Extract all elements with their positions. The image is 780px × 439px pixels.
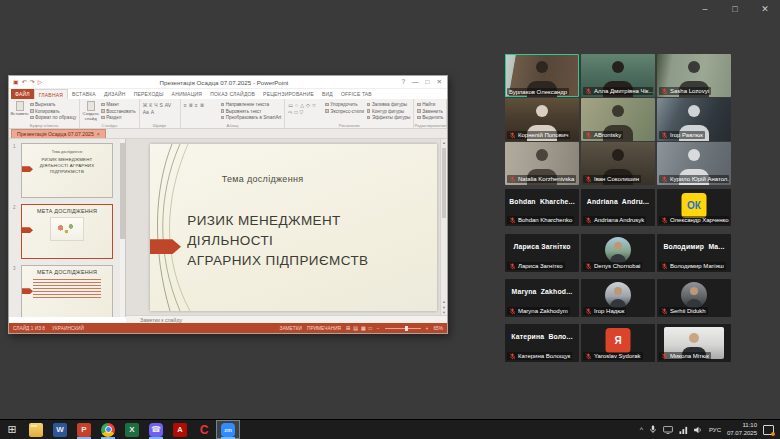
participant-tile[interactable]: Микола Мітюк <box>657 324 731 362</box>
ribbon-tab[interactable]: ПОКАЗ СЛАЙДОВ <box>206 89 259 99</box>
view-icon-1[interactable]: ▤ <box>353 325 358 331</box>
view-switcher[interactable]: ⊞▤▦□ <box>346 325 372 331</box>
red-c-taskbar-button[interactable]: C <box>192 420 216 439</box>
ribbon-command[interactable]: Преобразовать в SmartArt <box>221 115 282 120</box>
ribbon-glyph-row[interactable]: ▭○△◇☆⇨□▽ <box>288 101 322 122</box>
ribbon-command-list[interactable]: Заливка фигурыКонтур фигурыЭффекты фигур… <box>367 101 410 122</box>
ribbon-command[interactable]: Выделить <box>417 115 443 120</box>
scroll-down-icons[interactable]: ▲▼▼ <box>441 299 447 316</box>
participant-tile[interactable]: Natalia Korzhenivska <box>505 142 579 185</box>
participant-tile[interactable]: Serhii Didukh <box>657 279 731 317</box>
qat-icon-1[interactable]: ↶ <box>22 76 27 88</box>
notes-pane[interactable]: Заметки к слайду <box>126 315 447 323</box>
participant-tile[interactable]: Ігор Равлюк <box>657 98 731 141</box>
ribbon-command[interactable]: Выровнять текст <box>221 109 282 114</box>
notes-button[interactable]: ЗАМЕТКИ <box>280 326 302 331</box>
view-icon-0[interactable]: ⊞ <box>346 325 350 331</box>
ribbon-command[interactable]: Направление текста <box>221 102 282 107</box>
participant-tile[interactable]: Лариса ЗагніткоЛариса Загнітко <box>505 234 579 272</box>
ribbon-command[interactable]: Макет <box>101 102 135 107</box>
qat-icon-3[interactable]: ▷ <box>38 76 43 88</box>
ribbon-command-list[interactable]: Направление текстаВыровнять текстПреобра… <box>221 101 282 122</box>
ppt-window-button-2[interactable]: □ <box>426 78 430 86</box>
powerpoint-window-buttons[interactable]: ?—□✕ <box>401 78 447 86</box>
participant-tile[interactable]: Sasha Lozovyi <box>657 54 731 97</box>
participant-tile[interactable]: Ігор Надюк <box>581 279 655 317</box>
participant-tile[interactable]: Корнелій Попович <box>505 98 579 141</box>
ribbon-tab[interactable]: ВИД <box>318 89 337 99</box>
current-slide[interactable]: Тема дослідження РИЗИК МЕНЕДЖМЕНТ ДІЯЛЬН… <box>150 144 437 311</box>
ribbon-tab[interactable]: АНИМАЦИЯ <box>168 89 207 99</box>
excel-taskbar-button[interactable]: X <box>120 420 144 439</box>
ribbon-big-button[interactable]: Вставить <box>12 101 27 122</box>
zoom-in-icon[interactable]: + <box>426 326 429 331</box>
slide-thumbnail-2[interactable]: МЕТА ДОСЛІДЖЕННЯ <box>21 204 113 259</box>
ribbon-tab[interactable]: ПЕРЕХОДЫ <box>130 89 168 99</box>
ribbon-command[interactable]: Копировать <box>30 109 76 114</box>
minimize-window-button[interactable]: – <box>698 2 712 16</box>
participant-tile[interactable]: Denys Chornobai <box>581 234 655 272</box>
chrome-taskbar-button[interactable] <box>96 420 120 439</box>
file-explorer-taskbar-button[interactable] <box>24 420 48 439</box>
ribbon-command[interactable]: Эффекты фигуры <box>367 115 410 120</box>
slide-counter[interactable]: СЛАЙД 1 ИЗ 8 <box>13 326 45 331</box>
ribbon-command[interactable]: Упорядочить <box>325 102 364 107</box>
language-indicator[interactable]: УКРАИНСКИЙ <box>52 326 84 331</box>
participant-tile[interactable]: Maryna Zakhod...Maryna Zakhodym <box>505 279 579 317</box>
language-switcher[interactable]: РУС <box>709 427 721 433</box>
zoom-percent[interactable]: 65% <box>433 326 443 331</box>
ribbon-command[interactable]: Найти <box>417 102 443 107</box>
tray-display-icon[interactable] <box>663 426 673 434</box>
zoom-taskbar-button[interactable]: zm <box>216 420 240 439</box>
ppt-window-button-0[interactable]: ? <box>401 78 405 86</box>
maximize-window-button[interactable]: □ <box>728 2 742 16</box>
participant-tile[interactable]: ЯYaroslav Sydorak <box>581 324 655 362</box>
ribbon-command[interactable]: Заливка фигуры <box>367 102 410 107</box>
ribbon-tab[interactable]: OFFICE TAB <box>337 89 376 99</box>
ribbon-tab[interactable]: РЕЦЕНЗИРОВАНИЕ <box>259 89 318 99</box>
comments-button[interactable]: ПРИМЕЧАНИЯ <box>307 326 341 331</box>
participant-tile[interactable]: ABrontsky <box>581 98 655 141</box>
ribbon-command-list[interactable]: НайтиЗаменитьВыделить <box>417 101 443 122</box>
quick-access-toolbar[interactable]: ▣↶↷▷ <box>9 76 46 88</box>
ribbon-command[interactable]: Заменить <box>417 109 443 114</box>
ribbon-tab[interactable]: ФАЙЛ <box>11 89 34 99</box>
taskbar-clock[interactable]: 11:10 07.07.2025 <box>727 422 757 437</box>
document-tab-close-icon[interactable]: × <box>97 131 100 137</box>
ribbon-command-list[interactable]: ВырезатьКопироватьФормат по образцу <box>30 101 76 122</box>
participant-tile[interactable]: Курило Юрій Анатол... <box>657 142 731 185</box>
ribbon-command[interactable]: Восстановить <box>101 109 135 114</box>
ribbon-tab[interactable]: ДИЗАЙН <box>100 89 130 99</box>
ribbon-command-list[interactable]: МакетВосстановитьРаздел <box>101 101 135 122</box>
tray-volume-icon[interactable] <box>694 426 703 434</box>
participant-tile[interactable]: Andriana Andru...Andriana Andrusyk <box>581 189 655 226</box>
editor-scrollbar[interactable]: ▲ ▲▼▼ <box>440 139 447 317</box>
document-tab[interactable]: Презентація Осадца 07.07.2025 × <box>11 129 106 138</box>
zoom-out-icon[interactable]: − <box>377 326 380 331</box>
tray-network-icon[interactable] <box>679 426 688 434</box>
ribbon-glyph-row[interactable]: ≡≣≡≣ <box>184 101 218 122</box>
word-taskbar-button[interactable]: W <box>48 420 72 439</box>
acrobat-taskbar-button[interactable]: A <box>168 420 192 439</box>
participant-tile[interactable]: Катерина Воло...Катерина Волощук <box>505 324 579 362</box>
qat-icon-2[interactable]: ↷ <box>30 76 35 88</box>
qat-icon-0[interactable]: ▣ <box>13 76 19 88</box>
ribbon-command[interactable]: Экспресс-стили <box>325 109 364 114</box>
show-hidden-icons-button[interactable]: ^ <box>640 426 643 433</box>
slide-thumbnail-3[interactable]: МЕТА ДОСЛІДЖЕННЯ <box>21 265 113 317</box>
powerpoint-window[interactable]: ▣↶↷▷ Презентація Осадца 07.07.2025 - Pow… <box>8 75 448 334</box>
ribbon-command[interactable]: Вырезать <box>30 102 76 107</box>
participant-tile[interactable]: Володимир Ма...Володимир Матіяш <box>657 234 731 272</box>
ribbon-command[interactable]: Контур фигуры <box>367 109 410 114</box>
ribbon-big-button[interactable]: Создать слайд <box>83 101 98 122</box>
start-taskbar-button[interactable]: ⊞ <box>0 420 24 439</box>
participant-tile[interactable]: Іван Соколишин <box>581 142 655 185</box>
participant-tile[interactable]: Bohdan Kharche...Bohdan Kharchenko <box>505 189 579 226</box>
view-icon-2[interactable]: ▦ <box>361 325 366 331</box>
ribbon-glyph-row[interactable]: ЖКЧSAVАаА <box>143 101 177 122</box>
view-icon-3[interactable]: □ <box>369 325 372 331</box>
close-window-button[interactable]: ✕ <box>758 2 772 16</box>
powerpoint-taskbar-button[interactable]: P <box>72 420 96 439</box>
scroll-up-icon[interactable]: ▲ <box>441 140 447 145</box>
participant-tile[interactable]: Бурлаков Олександр <box>505 54 579 97</box>
